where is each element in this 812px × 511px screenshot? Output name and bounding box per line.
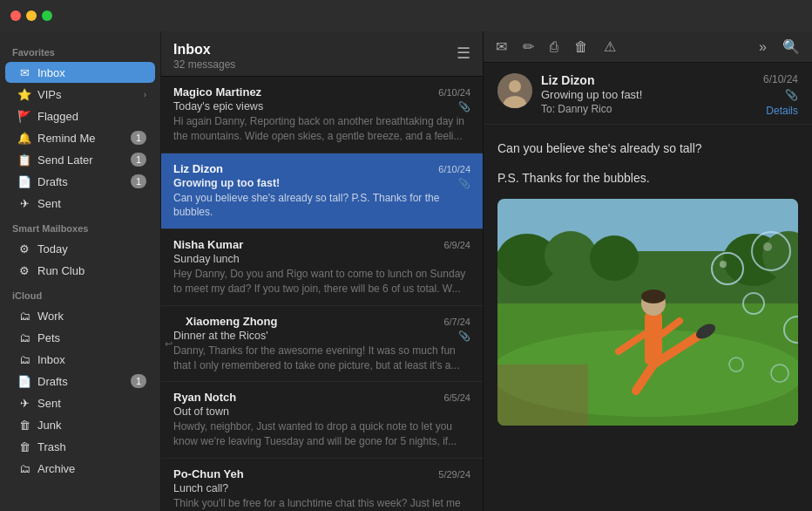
sidebar-item-trash[interactable]: 🗑 Trash [5, 436, 155, 457]
detail-to: To: Danny Rico [541, 103, 754, 115]
replied-icon: ↩ [165, 338, 173, 350]
avatar [497, 73, 532, 108]
detail-toolbar: ✉ ✏ ⎙ 🗑 ⚠ » 🔍 [484, 31, 812, 63]
close-button[interactable] [10, 10, 21, 21]
send-later-badge: 1 [131, 153, 146, 167]
sent-icon: ✈ [17, 196, 31, 210]
sidebar-item-flagged[interactable]: 🚩 Flagged [5, 106, 155, 126]
message-subject: Sunday lunch [173, 253, 470, 265]
sidebar-item-label: Work [37, 310, 146, 323]
flag-icon: 🚩 [17, 109, 31, 123]
message-date: 6/10/24 [438, 164, 470, 174]
sidebar-section-favorites: Favorites [0, 38, 160, 61]
message-item[interactable]: Po-Chun Yeh 5/29/24 Lunch call? Think yo… [161, 459, 483, 511]
sidebar-item-label: Send Later [37, 153, 125, 167]
bell-icon: 🔔 [17, 131, 31, 145]
detail-to-label: To: [541, 103, 555, 115]
sidebar-item-vips[interactable]: ⭐ VIPs › [5, 84, 155, 105]
junk-icon: 🗑 [17, 418, 31, 432]
sidebar-item-sent[interactable]: ✈ Sent [5, 193, 155, 214]
sidebar-item-icloud-sent[interactable]: ✈ Sent [5, 392, 155, 413]
detail-details-link[interactable]: Details [766, 105, 798, 117]
message-sender: Liz Dizon [173, 162, 431, 175]
trash-icon: 🗑 [17, 439, 31, 453]
sidebar-item-label: Run Club [37, 264, 146, 277]
sidebar-item-archive[interactable]: 🗂 Archive [5, 458, 155, 479]
detail-date: 6/10/24 [763, 73, 798, 85]
detail-header-info: Liz Dizon Growing up too fast! To: Danny… [541, 73, 754, 115]
message-item[interactable]: Magico Martinez 6/10/24 Today's epic vie… [161, 77, 483, 153]
folder-icon: 🗂 [17, 330, 31, 344]
sidebar-item-label: Sent [37, 197, 146, 210]
svg-point-1 [509, 80, 521, 92]
sidebar-item-work[interactable]: 🗂 Work [5, 305, 155, 326]
sidebar-item-pets[interactable]: 🗂 Pets [5, 327, 155, 348]
svg-point-27 [720, 261, 727, 268]
minimize-button[interactable] [26, 10, 37, 21]
delete-toolbar-icon[interactable]: 🗑 [574, 39, 588, 55]
title-bar [0, 0, 812, 31]
sent-icon: ✈ [17, 396, 31, 410]
message-subject: Out of town [173, 405, 470, 418]
message-item[interactable]: Ryan Notch 6/5/24 Out of town Howdy, nei… [161, 382, 483, 459]
archive-icon: 🗂 [17, 461, 31, 475]
sidebar-item-label: Inbox [37, 353, 146, 366]
filter-icon[interactable]: ☰ [457, 44, 470, 63]
maximize-button[interactable] [42, 10, 52, 21]
junk-toolbar-icon[interactable]: ⚠ [604, 38, 616, 55]
detail-subject: Growing up too fast! [541, 88, 754, 101]
reply-icon[interactable]: ✉ [496, 38, 507, 55]
message-subject: Today's epic views [173, 100, 470, 112]
sidebar-item-remind-me[interactable]: 🔔 Remind Me 1 [5, 127, 155, 148]
detail-attachment-icon: 📎 [785, 89, 798, 101]
message-item[interactable]: Liz Dizon 6/10/24 Growing up too fast! C… [161, 153, 483, 230]
message-preview: Can you believe she's already so tall? P… [173, 191, 470, 221]
sidebar-item-run-club[interactable]: ⚙ Run Club [5, 260, 155, 281]
compose-icon[interactable]: ✏ [523, 38, 534, 55]
message-list: Inbox 32 messages ☰ Magico Martinez 6/10… [161, 31, 484, 511]
traffic-lights [10, 10, 52, 21]
detail-to-value: Danny Rico [558, 103, 612, 115]
sidebar-item-label: Drafts [37, 175, 125, 188]
search-toolbar-icon[interactable]: 🔍 [782, 38, 800, 55]
detail-body: Can you believe she's already so tall? P… [484, 125, 812, 511]
message-list-header: Inbox 32 messages ☰ [161, 31, 483, 77]
sidebar-item-junk[interactable]: 🗑 Junk [5, 414, 155, 435]
message-subject: Dinner at the Ricos' [173, 330, 470, 342]
sidebar-item-send-later[interactable]: 📋 Send Later 1 [5, 149, 155, 170]
sidebar-item-icloud-drafts[interactable]: 📄 Drafts 1 [5, 371, 155, 392]
svg-rect-12 [497, 365, 588, 426]
message-item[interactable]: ↩ Xiaomeng Zhong 6/7/24 Dinner at the Ri… [161, 306, 483, 383]
app-body: Favorites ✉ Inbox ⭐ VIPs › 🚩 Flagged 🔔 R… [0, 31, 812, 511]
message-sender: Xiaomeng Zhong [186, 315, 436, 328]
detail-actions: 6/10/24 📎 Details [763, 73, 798, 117]
sidebar-item-label: Inbox [37, 66, 146, 79]
sidebar-item-label: VIPs [37, 88, 138, 101]
svg-point-7 [590, 235, 639, 281]
message-preview: Hey Danny, Do you and Rigo want to come … [173, 267, 470, 296]
message-sender: Nisha Kumar [173, 238, 436, 251]
detail-header: Liz Dizon Growing up too fast! To: Danny… [484, 63, 812, 125]
more-toolbar-icon[interactable]: » [759, 39, 767, 55]
sidebar-item-label: Remind Me [37, 132, 125, 145]
star-icon: ⭐ [17, 87, 31, 101]
message-items: Magico Martinez 6/10/24 Today's epic vie… [161, 77, 483, 511]
sidebar-item-drafts[interactable]: 📄 Drafts 1 [5, 171, 155, 192]
archive-toolbar-icon[interactable]: ⎙ [550, 39, 558, 55]
sidebar-item-label: Trash [37, 440, 146, 453]
today-icon: ⚙ [17, 242, 31, 256]
sidebar-item-label: Today [37, 242, 146, 256]
sidebar-item-label: Junk [37, 419, 146, 432]
draft-icon: 📄 [17, 374, 31, 388]
sidebar-item-today[interactable]: ⚙ Today [5, 238, 155, 259]
message-preview: Think you'll be free for a lunchtime cha… [173, 496, 470, 511]
message-item[interactable]: Nisha Kumar 6/9/24 Sunday lunch Hey Dann… [161, 229, 483, 306]
svg-point-28 [763, 242, 772, 251]
message-subject: Growing up too fast! [173, 177, 470, 189]
sidebar-item-inbox-favorites[interactable]: ✉ Inbox [5, 62, 155, 83]
message-subject: Lunch call? [173, 482, 470, 494]
message-sender: Ryan Notch [173, 391, 436, 404]
message-preview: Danny, Thanks for the awesome evening! I… [173, 344, 470, 373]
message-date: 5/29/24 [438, 469, 470, 480]
sidebar-item-icloud-inbox[interactable]: 🗂 Inbox [5, 349, 155, 370]
